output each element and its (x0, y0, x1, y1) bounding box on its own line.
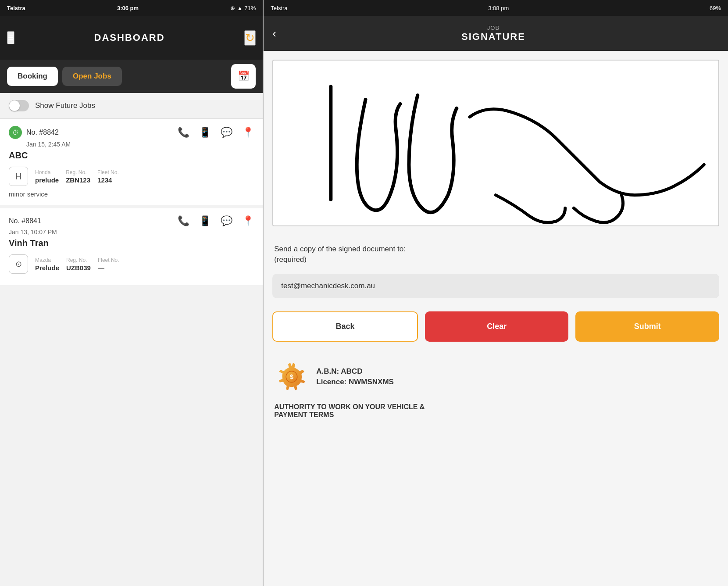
signature-svg (273, 61, 718, 225)
back-header-button[interactable]: ‹ (272, 27, 276, 40)
mobile-icon-1[interactable]: 📱 (199, 215, 211, 227)
send-copy-label: Send a copy of the signed document to: (274, 245, 406, 253)
location-pin-icon[interactable]: 📍 (242, 127, 254, 138)
fleet-label: Fleet No. (97, 169, 119, 175)
job-header-0: ⏱ No. #8842 📞 📱 💬 📍 (9, 126, 254, 139)
company-logo: $ (274, 359, 309, 394)
send-copy-required: (required) (274, 255, 307, 264)
calendar-button[interactable]: 📅 (231, 64, 256, 89)
job-vehicle-row-0: H Honda prelude Reg. No. ZBN123 Fleet No… (9, 167, 254, 186)
tab-row: Booking Open Jobs 📅 (0, 60, 263, 93)
menu-button[interactable]: ≡ (7, 31, 14, 44)
calendar-icon: 📅 (238, 71, 250, 82)
left-header: ≡ DASHBOARD ↻ (0, 16, 263, 60)
vehicle-fleet: Fleet No. 1234 (97, 169, 119, 184)
location-icon: ⊕ (230, 5, 235, 11)
clear-button[interactable]: Clear (425, 311, 569, 342)
right-header: ‹ JOB SIGNATURE (264, 16, 728, 51)
tab-booking[interactable]: Booking (7, 67, 58, 86)
vehicle-make-model: Honda prelude (35, 169, 59, 184)
left-status-bar: Telstra 3:06 pm ⊕ ▲ 71% (0, 0, 263, 16)
fleet-value-1: — (98, 264, 119, 272)
mazda-logo: ⊙ (9, 254, 28, 274)
signature-canvas-area[interactable] (272, 60, 719, 226)
hamburger-icon: ≡ (8, 32, 14, 43)
honda-logo: H (9, 167, 28, 186)
job-date-0: Jan 15, 2:45 AM (26, 141, 254, 148)
action-buttons: Back Clear Submit (272, 311, 719, 342)
footer-text: A.B.N: ABCD Licence: NWMSNXMS (316, 367, 394, 386)
job-header-1: No. #8841 📞 📱 💬 📍 (9, 215, 254, 227)
footer-abn: A.B.N: ABCD (316, 367, 394, 376)
job-action-icons-1: 📞 📱 💬 📍 (178, 215, 254, 227)
authority-line1: AUTHORITY TO WORK ON YOUR VEHICLE & (274, 403, 425, 411)
right-header-text: JOB SIGNATURE (285, 25, 702, 43)
future-jobs-toggle[interactable] (9, 100, 29, 111)
dashboard-title: DASHBOARD (94, 32, 165, 43)
job-card-1[interactable]: No. #8841 📞 📱 💬 📍 Jan 13, 10:07 PM Vinh … (0, 208, 263, 289)
reg-label-1: Reg. No. (66, 257, 91, 263)
phone-icon-1[interactable]: 📞 (178, 215, 189, 227)
location-pin-icon-1[interactable]: 📍 (242, 215, 254, 227)
footer-section: $ A.B.N: ABCD Licence: NWMSNXMS (264, 350, 728, 403)
job-date-1: Jan 13, 10:07 PM (9, 229, 254, 236)
right-carrier: Telstra (271, 5, 287, 11)
left-status-icons: ⊕ ▲ 71% (230, 5, 256, 11)
left-panel: Telstra 3:06 pm ⊕ ▲ 71% ≡ DASHBOARD ↻ Bo… (0, 0, 263, 586)
right-time: 3:08 pm (488, 5, 509, 11)
fleet-value: 1234 (97, 176, 119, 184)
reg-value: ZBN123 (66, 176, 90, 184)
battery-icon: 71% (244, 5, 256, 11)
phone-icon[interactable]: 📞 (178, 127, 189, 138)
footer-licence: Licence: NWMSNXMS (316, 378, 394, 386)
send-copy-section: Send a copy of the signed document to: (… (264, 235, 728, 269)
job-status-icon-0: ⏱ (9, 126, 22, 139)
job-description-0: minor service (9, 190, 254, 198)
refresh-icon: ↻ (245, 31, 255, 44)
job-customer-1: Vinh Tran (9, 238, 254, 248)
submit-button[interactable]: Submit (575, 311, 719, 342)
email-input[interactable] (281, 282, 710, 290)
authority-line2: PAYMENT TERMS (274, 411, 334, 418)
signal-icon: ▲ (237, 5, 243, 11)
authority-text: AUTHORITY TO WORK ON YOUR VEHICLE & PAYM… (264, 403, 728, 419)
right-header-title: SIGNATURE (461, 31, 525, 43)
fleet-label-1: Fleet No. (98, 257, 119, 263)
job-number-1: No. #8841 (9, 217, 41, 225)
vehicle-model-value: prelude (35, 176, 59, 184)
vehicle-make-model-1: Mazda Prelude (35, 257, 59, 272)
message-icon-1[interactable]: 💬 (221, 215, 232, 227)
vehicle-make-label-1: Mazda (35, 257, 59, 263)
left-carrier: Telstra (7, 5, 25, 11)
email-input-wrapper[interactable] (272, 274, 719, 298)
reg-label: Reg. No. (66, 169, 90, 175)
job-vehicle-row-1: ⊙ Mazda Prelude Reg. No. UZB039 Fleet No… (9, 254, 254, 274)
job-card-0[interactable]: ⏱ No. #8842 📞 📱 💬 📍 Jan 15, 2:45 AM ABC … (0, 119, 263, 208)
toggle-row: Show Future Jobs (0, 93, 263, 119)
right-status-bar: Telstra 3:08 pm 69% (264, 0, 728, 16)
tab-open-jobs[interactable]: Open Jobs (62, 67, 122, 86)
future-jobs-label: Show Future Jobs (35, 101, 95, 110)
reg-value-1: UZB039 (66, 264, 91, 272)
right-panel: Telstra 3:08 pm 69% ‹ JOB SIGNATURE Send… (264, 0, 728, 586)
back-button[interactable]: Back (272, 311, 418, 342)
right-header-sub: JOB (487, 25, 500, 31)
svg-text:$: $ (290, 373, 293, 380)
toggle-thumb (9, 100, 20, 111)
left-time: 3:06 pm (117, 5, 139, 11)
message-icon[interactable]: 💬 (221, 127, 232, 138)
vehicle-make-label: Honda (35, 169, 59, 175)
job-customer-0: ABC (9, 150, 254, 161)
clock-icon: ⏱ (12, 129, 18, 136)
right-battery: 69% (710, 5, 721, 11)
job-number-0: No. #8842 (26, 129, 59, 136)
vehicle-reg-1: Reg. No. UZB039 (66, 257, 91, 272)
job-action-icons-0: 📞 📱 💬 📍 (178, 127, 254, 138)
vehicle-model-value-1: Prelude (35, 264, 59, 272)
back-chevron-icon: ‹ (272, 27, 276, 40)
mobile-icon[interactable]: 📱 (199, 127, 211, 138)
vehicle-fleet-1: Fleet No. — (98, 257, 119, 272)
refresh-button[interactable]: ↻ (244, 30, 256, 46)
vehicle-reg: Reg. No. ZBN123 (66, 169, 90, 184)
